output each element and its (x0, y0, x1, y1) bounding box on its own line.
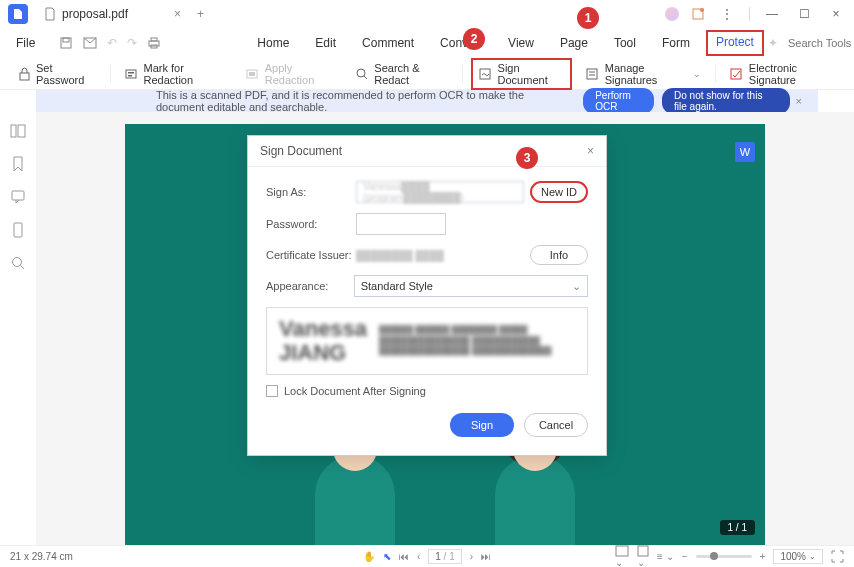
cert-issuer-label: Certificate Issuer: (266, 249, 356, 261)
save-icon[interactable] (59, 36, 73, 50)
page-dimensions: 21 x 29.74 cm (10, 551, 73, 562)
document-tab[interactable]: proposal.pdf × (36, 3, 189, 25)
tab-view[interactable]: View (498, 30, 544, 56)
zoom-in-icon[interactable]: + (760, 551, 766, 562)
ocr-close-icon[interactable]: × (790, 95, 808, 107)
dont-show-ocr-button[interactable]: Do not show for this file again. (662, 88, 790, 114)
lock-checkbox[interactable] (266, 385, 278, 397)
ocr-banner: This is a scanned PDF, and it is recomme… (36, 90, 818, 112)
main-tabs: Home Edit Comment Convert View Page Tool… (247, 30, 764, 56)
cancel-button[interactable]: Cancel (524, 413, 588, 437)
zoom-out-icon[interactable]: − (682, 551, 688, 562)
info-button[interactable]: Info (530, 245, 588, 265)
document-icon (44, 7, 56, 21)
tab-tool[interactable]: Tool (604, 30, 646, 56)
callout-3: 3 (516, 147, 538, 169)
sign-as-label: Sign As: (266, 186, 356, 198)
last-page-icon[interactable]: ⏭ (481, 551, 491, 562)
svg-rect-12 (128, 75, 132, 77)
appearance-label: Appearance: (266, 280, 354, 292)
close-window-icon[interactable]: × (826, 5, 846, 23)
dialog-close-icon[interactable]: × (587, 144, 594, 158)
appearance-select[interactable]: Standard Style (354, 275, 588, 297)
attachments-icon[interactable] (12, 222, 24, 238)
lock-icon (18, 67, 31, 81)
view-mode-icon[interactable]: ⌄ (615, 545, 629, 567)
statusbar: 21 x 29.74 cm ✋ ⬉ ⏮ ‹ 1 / 1 › ⏭ ⌄ ⌄ ≡ ⌄ … (0, 545, 854, 567)
sign-document-dialog: Sign Document × Sign As: Vanessa████ (pr… (247, 135, 607, 456)
sign-document-button[interactable]: Sign Document (471, 58, 572, 90)
minimize-icon[interactable]: — (762, 5, 782, 23)
select-tool-icon[interactable]: ⬉ (383, 551, 391, 562)
tab-home[interactable]: Home (247, 30, 299, 56)
tab-edit[interactable]: Edit (305, 30, 346, 56)
search-redact-icon (355, 67, 369, 81)
comments-icon[interactable] (11, 190, 25, 204)
apply-redaction-button[interactable]: Apply Redaction (240, 58, 342, 90)
fit-icon[interactable]: ⌄ (637, 545, 649, 567)
next-page-icon[interactable]: › (470, 551, 473, 562)
scroll-mode-icon[interactable]: ≡ ⌄ (657, 551, 674, 562)
electronic-signature-label: Electronic Signature (749, 62, 836, 86)
mail-icon[interactable] (83, 37, 97, 49)
thumbnails-icon[interactable] (10, 124, 26, 138)
sign-button[interactable]: Sign (450, 413, 514, 437)
search-icon[interactable] (11, 256, 25, 270)
dialog-title: Sign Document (260, 144, 342, 158)
svg-rect-22 (14, 223, 22, 237)
mark-redaction-button[interactable]: Mark for Redaction (119, 58, 232, 90)
file-menu[interactable]: File (8, 32, 43, 54)
signature-preview: Vanessa JIANG ██████ ██████ ████████ ███… (266, 307, 588, 375)
preview-name-2: JIANG (279, 341, 367, 365)
prev-page-icon[interactable]: ‹ (417, 551, 420, 562)
tab-comment[interactable]: Comment (352, 30, 424, 56)
manage-sig-icon (586, 67, 600, 81)
preview-details: ██████ ██████ ████████ █████ ███████████… (379, 325, 575, 356)
app-icon (8, 4, 28, 24)
page-input[interactable]: 1 / 1 (428, 549, 461, 564)
sparkle-icon[interactable]: ✦ (768, 36, 778, 50)
sign-as-select[interactable]: Vanessa████ (program████████) (356, 181, 524, 203)
svg-point-23 (13, 258, 22, 267)
electronic-signature-button[interactable]: Electronic Signature (724, 58, 842, 90)
kebab-menu-icon[interactable]: ⋮ (717, 5, 737, 23)
callout-2: 2 (463, 28, 485, 50)
svg-rect-11 (128, 72, 134, 74)
password-label: Password: (266, 218, 356, 230)
zoom-select[interactable]: 100% ⌄ (773, 549, 823, 564)
bookmarks-icon[interactable] (12, 156, 24, 172)
password-input[interactable] (356, 213, 446, 235)
undo-icon[interactable]: ↶ (107, 36, 117, 50)
first-page-icon[interactable]: ⏮ (399, 551, 409, 562)
svg-rect-17 (587, 69, 597, 79)
zoom-slider[interactable] (696, 555, 752, 558)
svg-rect-18 (731, 69, 741, 79)
svg-rect-20 (18, 125, 25, 137)
notification-icon[interactable] (691, 7, 705, 21)
redact-mark-icon (125, 67, 139, 81)
redo-icon[interactable]: ↷ (127, 36, 137, 50)
tab-page[interactable]: Page (550, 30, 598, 56)
manage-signatures-button[interactable]: Manage Signatures ⌄ (580, 58, 707, 90)
preview-name-1: Vanessa (279, 317, 367, 341)
search-redact-button[interactable]: Search & Redact (349, 58, 453, 90)
tab-add-icon[interactable]: + (197, 7, 204, 21)
search-tools-input[interactable] (788, 37, 854, 49)
tab-form[interactable]: Form (652, 30, 700, 56)
sign-document-label: Sign Document (498, 62, 564, 86)
perform-ocr-button[interactable]: Perform OCR (583, 88, 654, 114)
page-tool-icon[interactable]: W (735, 142, 755, 162)
user-avatar-icon[interactable] (665, 7, 679, 21)
print-icon[interactable] (147, 36, 161, 50)
cert-issuer-value: ████████ ████ (356, 250, 444, 261)
new-id-button[interactable]: New ID (530, 181, 588, 203)
svg-rect-25 (638, 546, 648, 556)
svg-rect-24 (616, 546, 628, 556)
page-counter: 1 / 1 (720, 520, 755, 535)
tab-close-icon[interactable]: × (174, 7, 181, 21)
tab-protect[interactable]: Protect (706, 30, 764, 56)
hand-tool-icon[interactable]: ✋ (363, 551, 375, 562)
maximize-icon[interactable]: ☐ (794, 5, 814, 23)
fullscreen-icon[interactable] (831, 550, 844, 563)
set-password-button[interactable]: Set Password (12, 58, 102, 90)
